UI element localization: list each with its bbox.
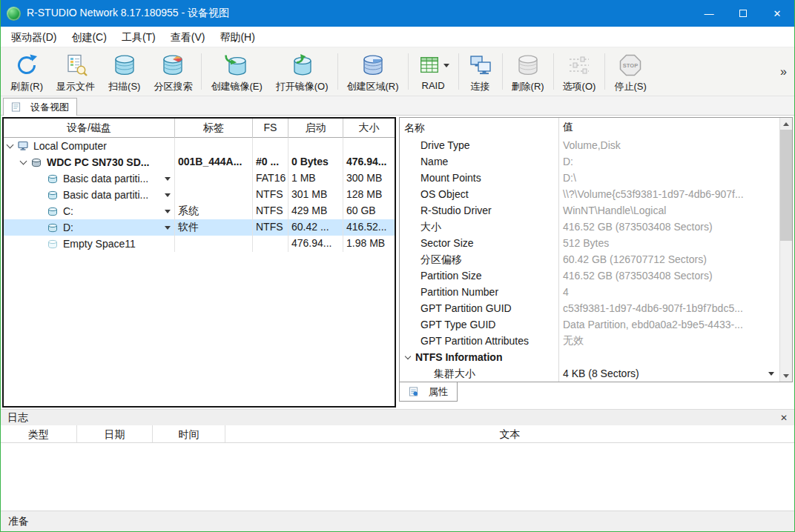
property-row-rstudio-driver[interactable]: R-Studio Driver WinNT\Handle\Logical [400,202,779,219]
toolbar-open-image-button[interactable]: 打开镜像(O) [269,48,335,95]
log-column-type[interactable]: 类型 [1,425,77,442]
dropdown-arrow-icon[interactable] [165,193,171,197]
toolbar-show-files-button[interactable]: 显示文件 [50,48,102,95]
log-column-headers: 类型 日期 时间 文本 [1,425,794,443]
toolbar-stop-button: STOP 停止(S) [607,48,653,95]
property-row-gpt-partition-attributes[interactable]: GPT Partition Attributes 无效 [400,333,779,349]
log-column-text[interactable]: 文本 [225,425,794,442]
toolbar-partition-search-button[interactable]: 分区搜索 [147,48,199,95]
menu-item-view[interactable]: 查看(V) [163,27,213,47]
tab-properties[interactable]: 属性 [399,382,458,402]
minimize-icon: — [705,8,714,19]
create-image-icon [224,50,249,80]
table-row-basic-partition-1[interactable]: Basic data partiti... FAT16 1 MB 300 MB [4,170,395,187]
status-text: 准备 [8,515,29,528]
toolbar-button-label: 连接 [471,80,490,93]
table-row-wdc-disk[interactable]: WDC PC SN730 SD... 001B_444A... #0 ... 0… [4,154,395,170]
property-row-partition-number[interactable]: Partition Number 4 [400,284,779,300]
raid-icon [418,50,449,80]
maximize-button[interactable] [726,0,760,27]
menu-item-drive[interactable]: 驱动器(D) [4,27,64,47]
create-region-icon [360,50,386,80]
scrollbar-track[interactable] [780,130,792,370]
hard-drive-icon [31,157,43,167]
app-logo-icon [7,7,21,21]
raid-dropdown-arrow-icon[interactable] [443,64,449,67]
refresh-icon [14,50,39,80]
connect-icon [468,50,493,80]
column-header-start[interactable]: 启动 [288,119,343,138]
toolbar-create-image-button[interactable]: 创建镜像(E) [204,48,268,95]
toolbar-button-label: 刷新(R) [10,80,43,93]
column-header-value[interactable]: 值 [558,118,779,137]
dropdown-arrow-icon[interactable] [165,226,171,230]
log-column-date[interactable]: 日期 [77,425,153,442]
tab-label: 设备视图 [30,101,69,114]
computer-icon [18,141,30,151]
scroll-up-button[interactable] [780,118,792,130]
column-header-label[interactable]: 标签 [175,119,253,138]
stop-icon: STOP [618,50,643,80]
property-row-sector-size[interactable]: Sector Size 512 Bytes [400,235,779,251]
toolbar-button-label: 分区搜索 [154,80,192,93]
stop-icon-text: STOP [623,62,638,69]
property-row-drive-type[interactable]: Drive Type Volume,Disk [400,137,779,153]
toolbar-button-label: 打开镜像(O) [276,80,329,93]
toolbar-options-button[interactable]: 选项(O) [556,48,603,95]
table-row-d-drive-selected[interactable]: D: 软件 NTFS 60.42 ... 416.52... [4,219,395,236]
combo-dropdown-arrow-icon[interactable] [768,372,774,376]
expander-chevron-icon[interactable] [7,142,14,149]
dropdown-arrow-icon[interactable] [165,210,171,213]
property-row-os-object[interactable]: OS Object \\?\Volume{c53f9381-1d97-4db6-… [400,186,779,202]
property-row-size[interactable]: 大小 416.52 GB (873503408 Sectors) [400,219,779,235]
partition-icon [47,173,59,184]
menu-item-help[interactable]: 帮助(H) [212,27,262,47]
toolbar-button-label: 创建镜像(E) [211,80,262,93]
scrollbar-thumb[interactable] [780,130,792,241]
toolbar-connect-button[interactable]: 连接 [461,48,500,95]
menu-item-create[interactable]: 创建(C) [64,27,113,47]
toolbar-separator [458,53,459,90]
properties-scrollbar[interactable] [779,118,792,382]
close-button[interactable]: ✕ [760,0,794,27]
device-view-icon [11,102,23,113]
log-title: 日志 [7,411,28,425]
tab-device-view[interactable]: 设备视图 [3,98,77,116]
property-row-partition-size[interactable]: Partition Size 416.52 GB (873503408 Sect… [400,267,779,284]
property-section-ntfs-information[interactable]: NTFS Information [400,349,779,365]
show-files-icon [63,50,88,80]
table-row-local-computer[interactable]: Local Computer [4,138,395,154]
property-row-gpt-partition-guid[interactable]: GPT Partition GUID c53f9381-1d97-4db6-90… [400,300,779,316]
toolbar-overflow-button[interactable]: » [777,65,790,79]
tab-strip: 设备视图 [1,96,794,116]
menu-item-tools[interactable]: 工具(T) [114,27,163,47]
partition-icon [47,206,59,216]
table-row-basic-partition-2[interactable]: Basic data partiti... NTFS 301 MB 128 MB [4,187,395,203]
window-title: R-STUDIO Network 8.17.180955 - 设备视图 [27,7,229,20]
column-header-device[interactable]: 设备/磁盘 [4,119,175,138]
column-header-name[interactable]: 名称 [400,118,558,137]
table-row-empty-space[interactable]: Empty Space11 476.94... 1.98 MB [4,236,395,252]
property-row-cluster-size[interactable]: 集群大小 4 KB (8 Sectors) [400,365,779,382]
property-row-gpt-type-guid[interactable]: GPT Type GUID Data Partition, ebd0a0a2-b… [400,316,779,333]
column-header-size[interactable]: 大小 [343,119,395,138]
property-row-name[interactable]: Name D: [400,153,779,170]
expander-chevron-icon[interactable] [405,353,411,359]
log-column-time[interactable]: 时间 [153,425,225,442]
scroll-down-button[interactable] [780,370,792,382]
table-row-c-drive[interactable]: C: 系统 NTFS 429 MB 60 GB [4,203,395,219]
minimize-button[interactable]: — [692,0,726,27]
toolbar-create-region-button[interactable]: 创建区域(R) [340,48,406,95]
toolbar-raid-button[interactable]: RAID [411,48,456,95]
property-row-mount-points[interactable]: Mount Points D:\ [400,170,779,186]
toolbar-separator [201,53,202,90]
toolbar-button-label: 选项(O) [563,80,596,93]
toolbar-scan-button[interactable]: 扫描(S) [102,48,147,95]
property-row-partition-offset[interactable]: 分区偏移 60.42 GB (126707712 Sectors) [400,251,779,267]
app-window: R-STUDIO Network 8.17.180955 - 设备视图 — ✕ … [0,0,795,532]
log-close-button[interactable]: ✕ [780,413,788,423]
column-header-fs[interactable]: FS [253,119,288,138]
toolbar-refresh-button[interactable]: 刷新(R) [4,48,50,95]
expander-chevron-icon[interactable] [20,158,27,165]
dropdown-arrow-icon[interactable] [165,177,171,181]
